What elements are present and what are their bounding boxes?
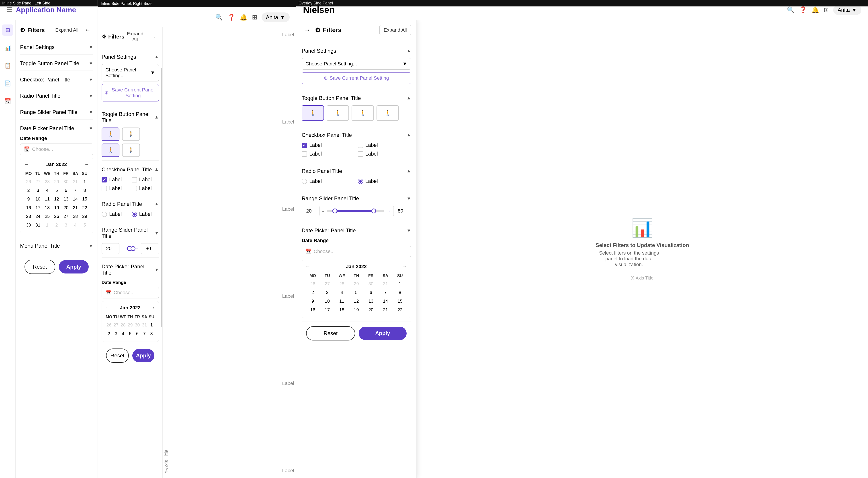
right-toggle-header[interactable]: Toggle Button Panel Title ▼ (302, 91, 411, 105)
cal-day[interactable]: 18 (42, 203, 52, 212)
cal-day[interactable]: 4 (335, 288, 349, 297)
cal-day[interactable]: 9 (24, 195, 33, 203)
cal-day[interactable]: 27 (61, 212, 71, 221)
right-save-btn[interactable]: ⊕ Save Current Panel Setting (302, 72, 411, 84)
panel-settings-header[interactable]: Panel Settings ▼ (20, 40, 93, 54)
sidebar-icon-bar[interactable]: 📋 (2, 60, 13, 71)
middle-checkbox-header[interactable]: Checkbox Panel Title ▼ (102, 163, 159, 177)
cal-day[interactable]: 4 (42, 186, 52, 195)
right-date-input[interactable]: 📅 Choose... (302, 246, 411, 257)
cal-day[interactable]: 14 (71, 195, 80, 203)
middle-expand-all-button[interactable]: Expand All (124, 31, 146, 42)
cal-day[interactable]: 8 (393, 288, 407, 297)
right-toggle-btn-0[interactable]: 🚶 (302, 105, 324, 121)
right-range-header[interactable]: Range Slider Panel Title ▼ (302, 192, 411, 206)
checkbox-1[interactable] (132, 177, 137, 182)
cal-day[interactable]: 30 (364, 279, 378, 288)
right-toggle-btn-1[interactable]: 🚶 (327, 105, 349, 121)
toggle-btn-3[interactable]: 🚶 (122, 143, 140, 157)
cal-day[interactable]: 29 (349, 279, 364, 288)
toggle-btn-0[interactable]: 🚶 (102, 128, 119, 141)
slider-thumb-right[interactable] (130, 246, 135, 251)
right-range-max[interactable] (393, 206, 411, 216)
cal-day[interactable]: 3 (113, 329, 120, 338)
right-grid-button[interactable]: ⊞ (824, 6, 829, 13)
cal-day[interactable]: 18 (335, 306, 349, 314)
middle-toggle-header[interactable]: Toggle Button Panel Title ▼ (102, 107, 159, 128)
cal-day[interactable]: 11 (335, 297, 349, 306)
cal-day[interactable]: 2 (105, 329, 113, 338)
cal-day[interactable]: 11 (42, 195, 52, 203)
radio-1[interactable] (132, 212, 137, 217)
cal-day[interactable]: 3 (33, 186, 42, 195)
right-radio-header[interactable]: Radio Panel Title ▼ (302, 164, 411, 178)
right-date-header[interactable]: Date Picker Panel Title ▼ (302, 224, 411, 238)
cal-day[interactable]: 22 (393, 306, 407, 314)
cal-day[interactable]: 27 (33, 177, 42, 186)
cal-day[interactable]: 16 (24, 203, 33, 212)
cal-day[interactable]: 8 (80, 186, 89, 195)
close-filter-button[interactable]: ← (82, 25, 93, 36)
cal-day[interactable]: 28 (42, 177, 52, 186)
middle-panel-settings-header[interactable]: Panel Settings ▼ (102, 50, 159, 64)
middle-user-badge[interactable]: Anita ▼ (261, 12, 290, 22)
cal-day[interactable]: 31 (141, 321, 148, 329)
right-panel-settings-header[interactable]: Panel Settings ▼ (302, 44, 411, 58)
cal-day[interactable]: 17 (320, 306, 334, 314)
cal-day[interactable]: 13 (364, 297, 378, 306)
cal-day[interactable]: 19 (52, 203, 61, 212)
cal-day[interactable]: 30 (134, 321, 141, 329)
cal-day[interactable]: 29 (127, 321, 134, 329)
cal-day[interactable]: 20 (61, 203, 71, 212)
cal-day[interactable]: 15 (80, 195, 89, 203)
cal-day[interactable]: 29 (80, 212, 89, 221)
cal-day[interactable]: 28 (120, 321, 127, 329)
cal-day[interactable]: 1 (80, 177, 89, 186)
middle-reset-button[interactable]: Reset (106, 348, 129, 363)
sidebar-icon-chart[interactable]: 📊 (2, 42, 13, 54)
right-cal-prev[interactable]: ← (305, 264, 310, 270)
cal-day[interactable]: 5 (349, 288, 364, 297)
cal-day[interactable]: 23 (24, 212, 33, 221)
right-help-button[interactable]: ❓ (799, 6, 807, 13)
cal-day[interactable]: 7 (71, 186, 80, 195)
cal-day[interactable]: 26 (52, 212, 61, 221)
cal-day[interactable]: 31 (71, 177, 80, 186)
middle-help-button[interactable]: ❓ (227, 13, 235, 21)
cal-day[interactable]: 7 (141, 329, 148, 338)
right-settings-dropdown[interactable]: Choose Panel Setting... ▼ (302, 58, 411, 70)
cal-day[interactable]: 16 (305, 306, 320, 314)
cal-day[interactable]: 12 (52, 195, 61, 203)
checkbox-2[interactable] (102, 186, 107, 191)
range-max-input[interactable] (141, 243, 159, 254)
sidebar-icon-doc[interactable]: 📄 (2, 78, 13, 89)
middle-apply-button[interactable]: Apply (132, 349, 154, 362)
right-toggle-btn-2[interactable]: 🚶 (351, 105, 374, 121)
sidebar-icon-grid[interactable]: ⊞ (2, 25, 13, 36)
cal-day[interactable]: 15 (393, 297, 407, 306)
radio-header[interactable]: Radio Panel Title ▼ (20, 89, 93, 103)
cal-day[interactable]: 5 (127, 329, 134, 338)
right-cb-0[interactable]: ✓ (302, 143, 307, 148)
right-apply-button[interactable]: Apply (359, 327, 407, 340)
middle-grid-button[interactable]: ⊞ (252, 13, 257, 21)
cal-day[interactable]: 14 (378, 297, 393, 306)
right-slider-left[interactable] (332, 208, 337, 213)
radio-0[interactable] (102, 212, 107, 217)
right-search-button[interactable]: 🔍 (787, 6, 795, 13)
cal-day[interactable]: 20 (364, 306, 378, 314)
cal-day[interactable]: 10 (320, 297, 334, 306)
right-user-badge[interactable]: Anita ▼ (833, 5, 861, 15)
cal-day[interactable]: 4 (71, 221, 80, 230)
cal-day[interactable]: 21 (378, 306, 393, 314)
cal-next-button[interactable]: → (85, 162, 89, 167)
cal-day[interactable]: 7 (378, 288, 393, 297)
middle-radio-header[interactable]: Radio Panel Title ▼ (102, 197, 159, 211)
range-slider-header[interactable]: Range Slider Panel Title ▼ (20, 105, 93, 119)
date-input[interactable]: 📅 Choose... (20, 143, 93, 155)
right-radio-0[interactable] (302, 179, 307, 184)
cal-day[interactable]: 6 (134, 329, 141, 338)
cal-day[interactable]: 31 (33, 221, 42, 230)
left-reset-button[interactable]: Reset (25, 260, 55, 274)
cal-day[interactable]: 21 (71, 203, 80, 212)
